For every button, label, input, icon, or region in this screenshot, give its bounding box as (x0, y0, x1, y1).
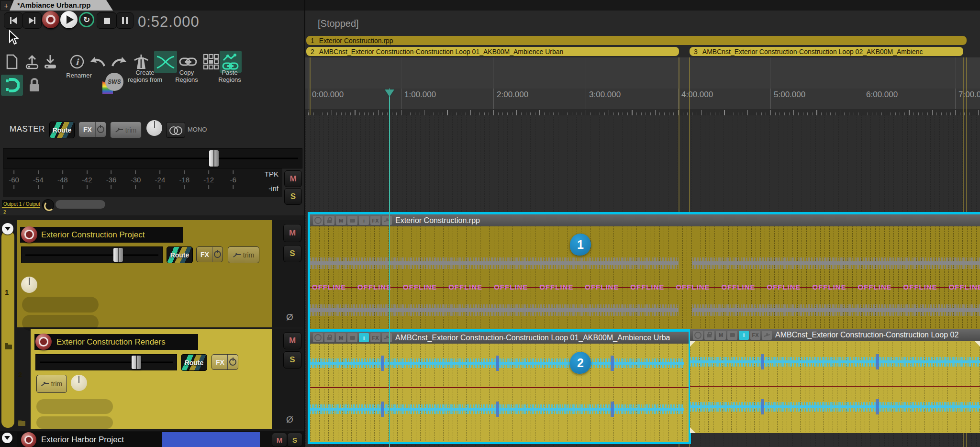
fx-icon[interactable]: FX (370, 333, 380, 342)
folder-indent-bar[interactable] (1, 231, 14, 428)
render-upload-icon[interactable] (23, 52, 41, 72)
notes-icon[interactable] (347, 333, 357, 342)
region-marker-1[interactable]: 1 Exterior Construction.rpp (306, 36, 967, 45)
track-3-control-panel[interactable]: Exterior Harbor Project M S (0, 431, 305, 447)
track-1-mute-button[interactable]: M (283, 224, 301, 242)
ruler-label[interactable]: 3:00.000 (586, 89, 678, 109)
track-2-control-panel[interactable]: Exterior Construction Renders Route FX t… (31, 329, 272, 429)
track-2-solo-button[interactable]: S (283, 351, 301, 369)
mute-icon[interactable]: M (336, 216, 346, 225)
folder-icon[interactable] (18, 421, 25, 426)
track-2-trim-button[interactable]: trim (36, 375, 67, 393)
power-icon[interactable] (693, 331, 703, 340)
master-output-knob[interactable] (42, 199, 54, 211)
media-item-1-header[interactable]: MiFX Exterior Construction.rpp (310, 214, 980, 226)
info-icon[interactable]: i (359, 333, 369, 342)
lock-icon[interactable] (704, 331, 714, 340)
track-3-record-arm-button[interactable] (21, 432, 36, 447)
repeat-button[interactable]: ↻ (79, 12, 94, 27)
track-1-fx-button[interactable]: FX (196, 246, 223, 262)
go-to-start-button[interactable] (4, 12, 23, 29)
envelope-icon[interactable] (762, 331, 772, 340)
region-marker-3[interactable]: 3 AMBCnst_Exterior Construction-Construc… (690, 47, 963, 56)
master-track-label[interactable]: MASTER (10, 124, 45, 134)
save-download-icon[interactable] (41, 52, 59, 72)
arrange-view[interactable]: [Stopped] 1 Exterior Construction.rpp 2 … (305, 11, 980, 447)
snap-magnet-icon[interactable] (1, 75, 23, 96)
mute-icon[interactable]: M (716, 331, 726, 340)
track-2-record-arm-button[interactable] (35, 334, 52, 350)
track-1-trim-button[interactable]: trim (228, 246, 259, 263)
track-1-name[interactable]: Exterior Construction Project (20, 227, 183, 243)
track-1-envelope-lane[interactable] (22, 297, 99, 313)
paste-regions-button[interactable]: Paste Regions (212, 69, 248, 83)
fx-bypass-toggle[interactable] (212, 247, 223, 262)
track-2-phase-button[interactable]: Ø (286, 414, 293, 425)
track-2-fx-button[interactable]: FX (212, 354, 238, 370)
track-2-name[interactable]: Exterior Construction Renders (34, 334, 198, 350)
master-solo-button[interactable]: S (284, 188, 302, 205)
info-icon[interactable]: i (739, 331, 749, 340)
fx-bypass-toggle[interactable] (95, 122, 106, 137)
renamer-button[interactable]: Renamer (57, 72, 100, 79)
undo-icon[interactable] (88, 52, 106, 72)
ruler-label[interactable]: 1:00.000 (401, 89, 493, 109)
ruler-label[interactable]: 7:00.0 (955, 89, 980, 109)
folder-icon[interactable] (5, 345, 12, 349)
lock-icon[interactable] (25, 76, 44, 95)
fx-bypass-toggle[interactable] (227, 355, 238, 369)
track-1-record-arm-button[interactable] (21, 226, 37, 243)
track-1-pan-knob[interactable] (21, 277, 37, 293)
ruler-tick-strip[interactable] (305, 109, 980, 115)
master-mute-button[interactable]: M (284, 170, 302, 187)
track-3-name[interactable]: Exterior Harbor Project (17, 432, 186, 447)
go-to-end-button[interactable] (22, 12, 42, 29)
track-1-collapse-button[interactable] (2, 223, 13, 235)
track-2-volume-fader[interactable] (35, 354, 177, 370)
track-2-pan-knob[interactable] (71, 375, 87, 391)
transport-time-display[interactable]: 0:52.000 (138, 13, 200, 31)
fx-icon[interactable]: FX (370, 216, 380, 225)
play-button[interactable] (60, 11, 78, 28)
media-item-1[interactable]: MiFX Exterior Construction.rpp OFFLINEOF… (308, 212, 980, 331)
master-fx-button[interactable]: FX (78, 122, 106, 137)
track-1-fader-handle[interactable] (113, 248, 123, 262)
power-icon[interactable] (313, 333, 323, 342)
notes-icon[interactable] (347, 216, 357, 225)
track-1-solo-button[interactable]: S (283, 245, 301, 262)
master-output-label[interactable]: Output 1 / Output 2 (2, 200, 40, 208)
envelope-icon[interactable] (382, 216, 392, 225)
region-lane-empty[interactable] (305, 57, 980, 89)
master-fader-handle[interactable] (209, 150, 219, 167)
power-icon[interactable] (313, 216, 323, 225)
master-route-button[interactable]: Route (49, 122, 75, 138)
region-marker-2[interactable]: 2 AMBCnst_Exterior Construction-Construc… (306, 47, 679, 56)
lock-icon[interactable] (324, 333, 334, 342)
new-project-tab-button[interactable]: + (1, 1, 11, 10)
ruler-label[interactable]: 5:00.000 (770, 89, 863, 109)
new-file-icon[interactable] (3, 52, 21, 72)
ruler-label[interactable]: 6:00.000 (863, 89, 955, 109)
ruler-label[interactable]: 2:00.000 (493, 89, 586, 109)
lock-icon[interactable] (324, 216, 334, 225)
track-3-solo-button[interactable]: S (287, 433, 302, 447)
fx-icon[interactable]: FX (750, 331, 760, 340)
master-mono-button[interactable] (166, 122, 185, 138)
edit-cursor-line[interactable] (389, 89, 390, 447)
sws-button[interactable]: SWS (101, 73, 123, 94)
create-regions-from-button[interactable]: Create regions from (122, 69, 168, 83)
edit-cursor-handle[interactable] (385, 89, 394, 97)
track-1-volume-fader[interactable] (21, 246, 163, 263)
track-1-envelope-lane[interactable] (22, 315, 99, 331)
media-item-3[interactable]: MiFX AMBCnst_Exterior Construction-Const… (690, 329, 980, 433)
envelope-icon[interactable] (382, 333, 392, 342)
ruler-label[interactable]: 4:00.000 (678, 89, 770, 109)
master-volume-fader[interactable] (3, 148, 302, 168)
track-2-envelope-lane[interactable] (36, 399, 113, 414)
media-item-2[interactable]: MiFX AMBCnst_Exterior Construction-Const… (308, 329, 691, 444)
peak-value[interactable]: -inf (260, 184, 278, 192)
track-2-route-button[interactable]: Route (181, 354, 207, 371)
media-item-2-header[interactable]: MiFX AMBCnst_Exterior Construction-Const… (310, 332, 689, 344)
track-1-route-button[interactable]: Route (167, 246, 193, 263)
notes-icon[interactable] (727, 331, 737, 340)
